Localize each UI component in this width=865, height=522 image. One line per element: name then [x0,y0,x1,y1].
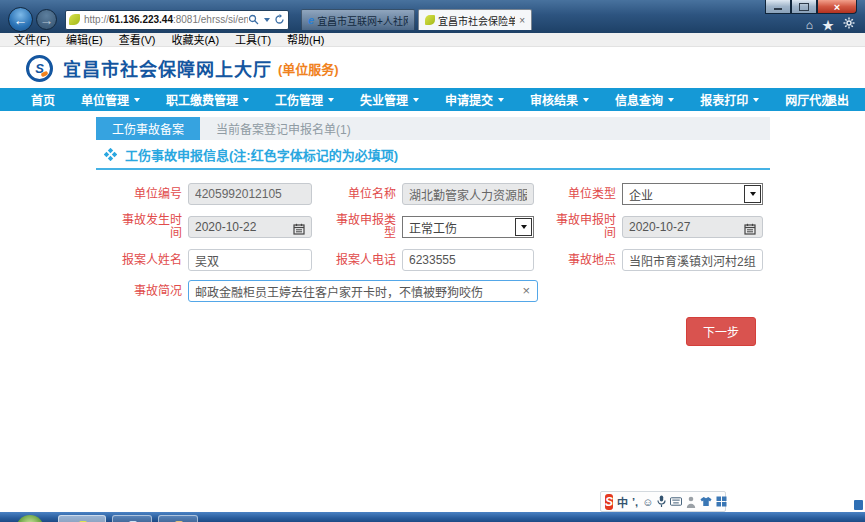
select-arrow-icon[interactable] [515,218,532,236]
calendar-icon[interactable] [293,221,305,239]
report-date-label: 事故申报时间 [554,214,616,240]
tab-close-icon[interactable]: × [519,15,525,26]
reporter-name-input[interactable] [188,249,312,271]
next-step-button[interactable]: 下一步 [686,317,756,346]
form-panel: 工伤事故申报信息(注:红色字体标记的为必填项) 单位编号 单位名称 单位类型 企… [96,140,770,346]
menu-help[interactable]: 帮助(H) [279,33,332,47]
tab-title: 宜昌市互联网+人社网上办事... [317,13,408,28]
nav-unit-mgmt[interactable]: 单位管理 [68,88,153,111]
accident-date-label: 事故发生时间 [120,214,182,240]
tab-title: 宜昌市社会保险单位网上业... [438,13,515,28]
punctuation-icon[interactable]: ’, [632,495,638,509]
sogou-logo-icon[interactable]: S [605,494,613,510]
menu-view[interactable]: 查看(V) [111,33,164,47]
search-dropdown-icon[interactable] [264,18,270,22]
accident-brief-input[interactable] [188,280,538,302]
menu-tools[interactable]: 工具(T) [227,33,279,47]
url-host: 61.136.223.44 [109,14,173,25]
nav-home[interactable]: 首页 [18,88,68,111]
report-date-input[interactable] [622,216,763,238]
keyboard-icon[interactable] [670,495,682,509]
reporter-phone-label: 报案人电话 [334,254,396,267]
back-button[interactable]: ← [8,7,33,32]
nav-label: 审核结果 [530,91,578,108]
chevron-down-icon [753,98,759,102]
toolbox-grid-icon[interactable] [716,495,727,509]
main-nav: 首页 单位管理 职工缴费管理 工伤管理 失业管理 申请提交 审核结果 信息查询 … [0,88,865,111]
site-header: S 宜昌市社会保障网上大厅 (单位服务) [0,48,865,88]
nav-info-query[interactable]: 信息查询 [602,88,687,111]
section-title: 工伤事故申报信息(注:红色字体标记的为必填项) [125,145,398,164]
reporter-name-label: 报案人姓名 [120,254,182,267]
ie-icon: e [308,14,314,26]
browser-titlebar: ← → http://61.136.223.44:8081/ehrss/si/e… [0,0,865,33]
nav-work-injury[interactable]: 工伤管理 [262,88,347,111]
forward-button[interactable]: → [36,9,57,30]
taskbar-button[interactable] [158,515,198,522]
unit-type-select[interactable]: 企业 [622,183,763,205]
taskbar-button[interactable] [112,515,152,522]
unit-type-value: 企业 [629,186,653,203]
skin-shirt-icon[interactable] [700,495,712,509]
reporter-phone-input[interactable] [402,249,534,271]
unit-type-label: 单位类型 [554,188,616,201]
site-subtitle: (单位服务) [278,59,339,78]
nav-report-print[interactable]: 报表打印 [687,88,772,111]
browser-actions: ⌂ ★ [806,16,855,33]
home-icon[interactable]: ⌂ [806,18,813,32]
section-header: 工伤事故申报信息(注:红色字体标记的为必填项) [96,140,770,170]
nav-label: 首页 [31,91,55,108]
refresh-icon[interactable] [274,14,285,25]
nav-label: 单位管理 [81,91,129,108]
chevron-down-icon [668,98,674,102]
calendar-icon[interactable] [744,221,756,239]
start-button-icon[interactable] [16,515,44,522]
search-icon[interactable] [248,14,259,25]
tab-current-filing-list[interactable]: 当前备案登记申报名单(1) [200,117,367,140]
nav-label: 失业管理 [360,91,408,108]
taskbar-button-active[interactable] [58,515,106,522]
nav-employee-payment[interactable]: 职工缴费管理 [153,88,262,111]
url-text[interactable]: http://61.136.223.44:8081/ehrss/si/enter… [84,14,248,25]
nav-audit-result[interactable]: 审核结果 [517,88,602,111]
chevron-down-icon [243,98,249,102]
accident-form: 单位编号 单位名称 单位类型 企业 事故发生时间 [96,170,770,302]
language-mode-icon[interactable]: 中 [617,495,628,509]
select-arrow-icon[interactable] [744,185,761,203]
nav-apply-submit[interactable]: 申请提交 [432,88,517,111]
chevron-down-icon [134,98,140,102]
browser-tab-active[interactable]: 宜昌市社会保险单位网上业... × [418,9,532,30]
address-bar[interactable]: http://61.136.223.44:8081/ehrss/si/enter… [65,10,289,30]
site-favicon [69,14,80,25]
accident-place-label: 事故地点 [554,254,616,267]
diamond-icon [104,148,117,161]
favorites-star-icon[interactable]: ★ [822,16,834,33]
nav-label: 报表打印 [700,91,748,108]
logout-button[interactable]: 退出 [825,91,849,108]
browser-tab-inactive[interactable]: e 宜昌市互联网+人社网上办事... [301,9,415,30]
menu-file[interactable]: 文件(F) [6,33,58,47]
accident-brief-label: 事故简况 [120,285,182,298]
unit-name-input[interactable] [402,183,534,205]
unit-no-label: 单位编号 [120,188,182,201]
chevron-down-icon [328,98,334,102]
url-prefix: http:// [84,14,109,25]
ime-toolbar: S 中 ’, ☺ [600,491,726,512]
site-logo-icon: S [26,55,53,82]
menu-favorites[interactable]: 收藏夹(A) [163,33,227,47]
settings-gear-icon[interactable] [843,17,855,32]
report-type-select[interactable]: 正常工伤 [402,216,534,238]
menu-edit[interactable]: 编辑(E) [58,33,111,47]
microphone-icon[interactable] [657,495,666,509]
nav-unemployment[interactable]: 失业管理 [347,88,432,111]
tab-accident-filing[interactable]: 工伤事故备案 [96,117,200,140]
accident-place-input[interactable] [622,249,763,271]
leaf-favicon [425,15,435,25]
url-path: :8081/ehrss/si/enterprise/ui/#/inj [173,14,248,25]
clear-input-icon[interactable]: × [522,283,530,298]
tray-icon[interactable] [854,500,863,510]
unit-no-input[interactable] [188,183,312,205]
emoji-icon[interactable]: ☺ [642,495,653,509]
chevron-down-icon [498,98,504,102]
person-icon[interactable] [686,495,696,509]
